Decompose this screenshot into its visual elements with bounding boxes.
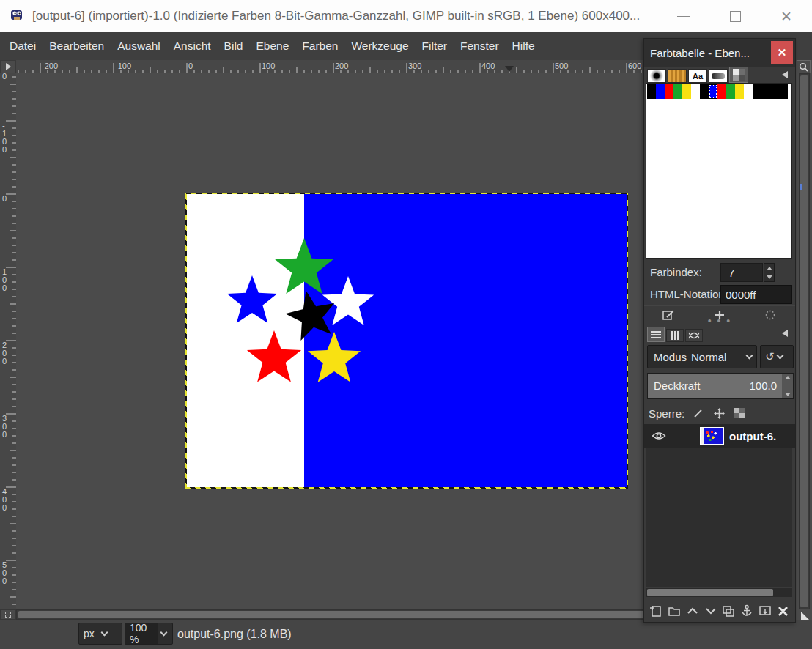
- palette-cell-5[interactable]: [691, 84, 700, 99]
- gimp-window: [output-6] (importiert)-1.0 (Indizierte …: [0, 0, 812, 649]
- delete-layer-icon: [778, 606, 789, 617]
- menu-item-farben[interactable]: Farben: [295, 35, 344, 57]
- opacity-label: Deckkraft: [654, 379, 700, 392]
- navigation-button[interactable]: [799, 610, 811, 620]
- color-index-input[interactable]: 7: [720, 263, 763, 282]
- menu-item-werkzeuge[interactable]: Werkzeuge: [344, 35, 415, 57]
- layers-menu-button[interactable]: [779, 327, 791, 339]
- canvas-vscrollbar[interactable]: [799, 73, 810, 609]
- palette-row: [647, 84, 788, 99]
- menu-item-bild[interactable]: Bild: [218, 35, 250, 57]
- merge-layer-button[interactable]: [756, 602, 774, 620]
- opacity-spinner[interactable]: [782, 374, 793, 398]
- menu-item-ebene[interactable]: Ebene: [249, 35, 295, 57]
- tab-layers[interactable]: [647, 327, 665, 342]
- layer-name: output-6.: [729, 430, 776, 442]
- opacity-value: 100.0: [749, 379, 777, 392]
- mode-switch-select[interactable]: ↺: [760, 345, 794, 368]
- lock-pixels-button[interactable]: [692, 407, 705, 420]
- palette-cell-2[interactable]: [665, 84, 673, 99]
- layer-mode-select[interactable]: Modus Normal: [647, 345, 757, 368]
- zoom-follow-window-button[interactable]: [797, 60, 811, 73]
- palette-cell-14[interactable]: [770, 84, 779, 99]
- status-filename: output-6.png (1.8 MB): [177, 628, 292, 641]
- unit-select[interactable]: px: [78, 623, 122, 645]
- menu-item-hilfe[interactable]: Hilfe: [506, 35, 542, 57]
- zoom-select[interactable]: 100 %: [125, 623, 173, 645]
- svg-text:500: 500: [555, 62, 568, 70]
- menu-item-fenster[interactable]: Fenster: [454, 35, 506, 57]
- menu-item-auswahl[interactable]: Auswahl: [111, 35, 167, 57]
- palette-cell-1[interactable]: [656, 84, 665, 99]
- menu-item-ansicht[interactable]: Ansicht: [167, 35, 218, 57]
- quickmask-toggle[interactable]: [0, 609, 16, 620]
- tab-colormap[interactable]: [729, 67, 748, 83]
- tab-brushes[interactable]: [647, 69, 666, 83]
- palette-cell-8[interactable]: [717, 84, 726, 99]
- svg-text:0: 0: [2, 430, 7, 439]
- menu-item-datei[interactable]: Datei: [3, 35, 43, 57]
- tab-paths[interactable]: [685, 329, 703, 342]
- lock-position-button[interactable]: [712, 407, 726, 420]
- svg-text:400: 400: [481, 62, 495, 70]
- palette-cell-12[interactable]: [753, 84, 761, 99]
- window-title: [output-6] (importiert)-1.0 (Indizierte …: [32, 9, 658, 23]
- palette-cell-3[interactable]: [673, 84, 682, 99]
- layer-row[interactable]: output-6.: [644, 424, 795, 448]
- palette-cell-7[interactable]: [709, 84, 717, 99]
- vertical-ruler[interactable]: 0-1000100200300400500: [0, 73, 16, 609]
- tab-menu-button[interactable]: [779, 69, 791, 81]
- palette-cell-10[interactable]: [735, 84, 744, 99]
- palette-cell-4[interactable]: [682, 84, 691, 99]
- layer-list-empty[interactable]: [646, 448, 792, 587]
- palette-cell-9[interactable]: [726, 84, 735, 99]
- checkerboard-icon: [734, 408, 745, 418]
- svg-text:0: 0: [2, 73, 7, 81]
- palette-cell-0[interactable]: [647, 84, 656, 99]
- panel-hscrollbar[interactable]: [646, 588, 792, 597]
- anchor-layer-button[interactable]: [738, 602, 756, 620]
- palette-cell-11[interactable]: [744, 84, 753, 99]
- tab-patterns[interactable]: [668, 69, 687, 83]
- html-notation-input[interactable]: 0000ff: [720, 285, 792, 304]
- layer-thumbnail[interactable]: [700, 427, 724, 445]
- lower-layer-button[interactable]: [702, 602, 720, 620]
- maximize-button[interactable]: [709, 0, 761, 32]
- eye-icon[interactable]: [652, 431, 666, 441]
- palette-cell-13[interactable]: [761, 84, 770, 99]
- image-canvas[interactable]: [187, 194, 627, 487]
- close-button[interactable]: ✕: [761, 0, 812, 32]
- palette-cell-6[interactable]: [700, 84, 709, 99]
- palette-cell-15[interactable]: [779, 84, 788, 99]
- pointer-position-marker: [505, 66, 514, 72]
- pattern-icon: [668, 70, 686, 82]
- color-index-row: Farbindex: 7: [644, 263, 795, 282]
- magnifier-icon: [799, 62, 808, 72]
- delete-layer-button[interactable]: [775, 602, 792, 620]
- tab-gradients[interactable]: [709, 69, 728, 83]
- menu-item-filter[interactable]: Filter: [416, 35, 454, 57]
- panel-hscroll-thumb[interactable]: [647, 589, 773, 596]
- ruler-corner-button[interactable]: [0, 60, 16, 73]
- dialog-title: Farbtabelle - Eben...: [644, 47, 771, 59]
- navigation-icon: [801, 612, 809, 620]
- tab-fonts[interactable]: Aa: [688, 69, 707, 83]
- opacity-slider[interactable]: Deckkraft 100.0: [647, 373, 794, 399]
- merge-layer-icon: [759, 605, 772, 617]
- raise-layer-button[interactable]: [684, 602, 701, 620]
- dock-handle[interactable]: • • •: [644, 317, 795, 324]
- minimize-button[interactable]: [658, 0, 709, 32]
- dialog-close-button[interactable]: ✕: [771, 41, 793, 64]
- raise-layer-icon: [687, 607, 698, 615]
- tab-channels[interactable]: [666, 329, 684, 342]
- new-group-button[interactable]: [665, 602, 683, 620]
- lock-alpha-button[interactable]: [733, 407, 746, 420]
- new-layer-button[interactable]: [647, 602, 665, 620]
- menu-item-bearbeiten[interactable]: Bearbeiten: [43, 35, 111, 57]
- duplicate-layer-button[interactable]: [720, 602, 737, 620]
- unit-value: px: [79, 628, 99, 639]
- gradient-icon: [709, 70, 727, 82]
- layer-boundary-ants: [185, 193, 628, 489]
- vscroll-thumb[interactable]: [800, 75, 808, 607]
- color-index-spinner[interactable]: [764, 263, 775, 282]
